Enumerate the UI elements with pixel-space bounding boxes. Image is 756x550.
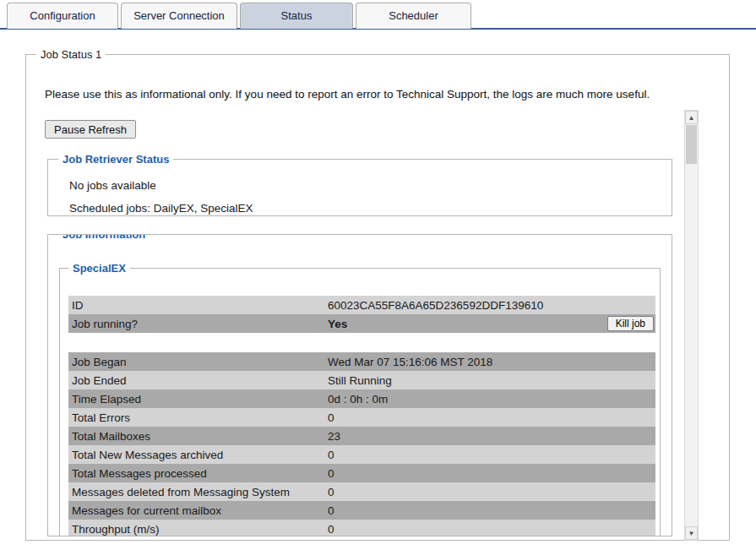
row-value: 0 <box>328 504 655 517</box>
row-label: Messages for current mailbox <box>68 504 328 517</box>
scroll-up-icon[interactable]: ▲ <box>685 111 698 124</box>
table-row-job-running: Job running? Yes Kill job <box>68 314 655 333</box>
row-value: Still Running <box>328 374 655 387</box>
retriever-status-line-1: No jobs available <box>69 174 672 197</box>
specialex-job-name-label: SpecialEX <box>68 262 130 275</box>
job-status-group-label: Job Status 1 <box>36 48 106 61</box>
job-retriever-status-label: Job Retriever Status <box>58 153 173 166</box>
informational-text: Please use this as informational only. I… <box>45 88 650 101</box>
specialex-group: SpecialEX ID 60023CA55F8A6A65D236592DDF1… <box>59 268 661 536</box>
tab-scheduler[interactable]: Scheduler <box>356 3 471 29</box>
row-value: 0 <box>328 411 655 424</box>
row-label: Total Messages processed <box>68 467 328 480</box>
table-row-new-messages-archived: Total New Messages archived 0 <box>68 445 655 464</box>
scrollbar-thumb[interactable] <box>686 125 697 164</box>
table-row-messages-current-mailbox: Messages for current mailbox 0 <box>68 501 655 520</box>
row-label: Messages deleted from Messaging System <box>68 486 328 498</box>
retriever-status-line-2: Scheduled jobs: DailyEX, SpecialEX <box>69 197 672 220</box>
vertical-scrollbar[interactable]: ▲ ▼ <box>684 110 699 541</box>
table-row-time-elapsed: Time Elapsed 0d : 0h : 0m <box>68 389 655 408</box>
row-value: 0 <box>328 467 655 480</box>
table-row-spacer <box>68 333 655 352</box>
table-row-total-errors: Total Errors 0 <box>68 408 655 427</box>
row-value: 0 <box>328 449 655 461</box>
row-value: 23 <box>328 430 655 443</box>
pause-refresh-button[interactable]: Pause Refresh <box>45 120 136 139</box>
tab-configuration[interactable]: Configuration <box>7 3 118 29</box>
row-value: 60023CA55F8A6A65D236592DDF139610 <box>328 299 655 312</box>
row-label: Total Mailboxes <box>68 430 328 443</box>
table-row-messages-deleted: Messages deleted from Messaging System 0 <box>68 482 655 501</box>
row-label: Time Elapsed <box>68 393 328 406</box>
job-retriever-status-group: Job Retriever Status No jobs available S… <box>47 159 672 216</box>
table-row-throughput: Throughput (m/s) 0 <box>68 520 655 536</box>
row-label: Job Ended <box>68 374 328 387</box>
kill-job-button[interactable]: Kill job <box>607 316 654 331</box>
job-information-group: Job Information SpecialEX ID 60023CA55F8… <box>47 234 672 536</box>
row-label: ID <box>68 299 328 312</box>
tab-server-connection[interactable]: Server Connection <box>121 3 237 29</box>
row-label: Total New Messages archived <box>68 449 328 461</box>
table-row-job-began: Job Began Wed Mar 07 15:16:06 MST 2018 <box>68 352 655 371</box>
row-label: Total Errors <box>68 411 328 424</box>
table-row-job-ended: Job Ended Still Running <box>68 371 655 389</box>
row-value: 0 <box>328 486 655 498</box>
table-row-total-mailboxes: Total Mailboxes 23 <box>68 427 655 445</box>
table-row-messages-processed: Total Messages processed 0 <box>68 464 655 482</box>
row-label: Throughput (m/s) <box>68 523 328 536</box>
row-value: Wed Mar 07 15:16:06 MST 2018 <box>328 356 655 368</box>
row-value: 0d : 0h : 0m <box>328 393 655 406</box>
job-information-label: Job Information <box>58 234 150 241</box>
row-label: Job Began <box>68 356 328 368</box>
tab-status[interactable]: Status <box>240 3 353 29</box>
table-row-id: ID 60023CA55F8A6A65D236592DDF139610 <box>68 296 655 314</box>
row-value: Yes <box>328 318 655 330</box>
row-label: Job running? <box>68 318 328 330</box>
tab-strip: Configuration Server Connection Status S… <box>7 3 471 29</box>
scroll-down-icon[interactable]: ▼ <box>685 526 698 540</box>
job-status-table: ID 60023CA55F8A6A65D236592DDF139610 Job … <box>68 296 655 536</box>
job-status-group: Job Status 1 Please use this as informat… <box>25 54 730 541</box>
row-value: 0 <box>328 523 655 536</box>
